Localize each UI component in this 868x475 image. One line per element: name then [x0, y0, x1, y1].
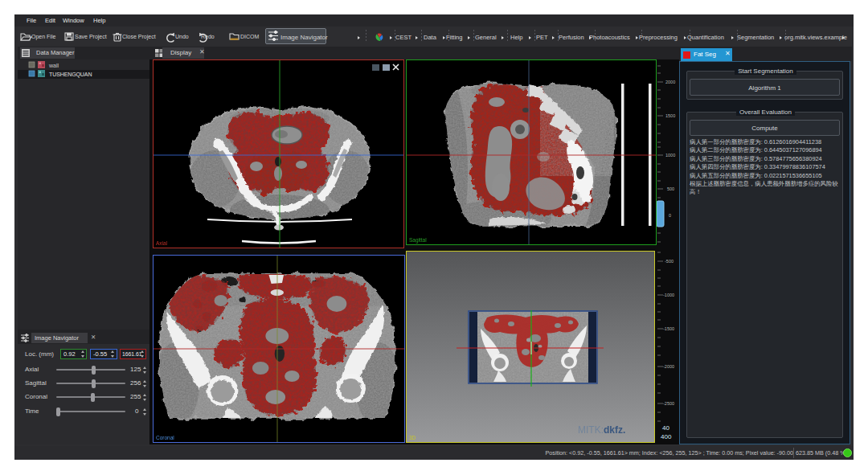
svg-text:40: 40: [662, 424, 669, 432]
svg-text:-1500: -1500: [663, 326, 674, 331]
svg-text:-2000: -2000: [663, 364, 674, 369]
svg-text:0: 0: [669, 213, 671, 218]
svg-text:2000: 2000: [665, 80, 675, 84]
svg-text:Sagittal: Sagittal: [409, 237, 427, 244]
svg-text:3D: 3D: [409, 435, 416, 440]
svg-text:500: 500: [667, 186, 674, 191]
svg-text:1500: 1500: [665, 113, 675, 118]
svg-text:-2500: -2500: [663, 401, 674, 406]
svg-text:-500: -500: [665, 259, 674, 264]
svg-text:400: 400: [661, 433, 672, 440]
svg-text:-1000: -1000: [663, 293, 674, 297]
svg-text:Coronal: Coronal: [156, 435, 174, 440]
svg-text:Axial: Axial: [156, 240, 168, 246]
svg-text:1000: 1000: [665, 153, 675, 158]
svg-text:MITK:dkfz.: MITK:dkfz.: [578, 424, 625, 436]
